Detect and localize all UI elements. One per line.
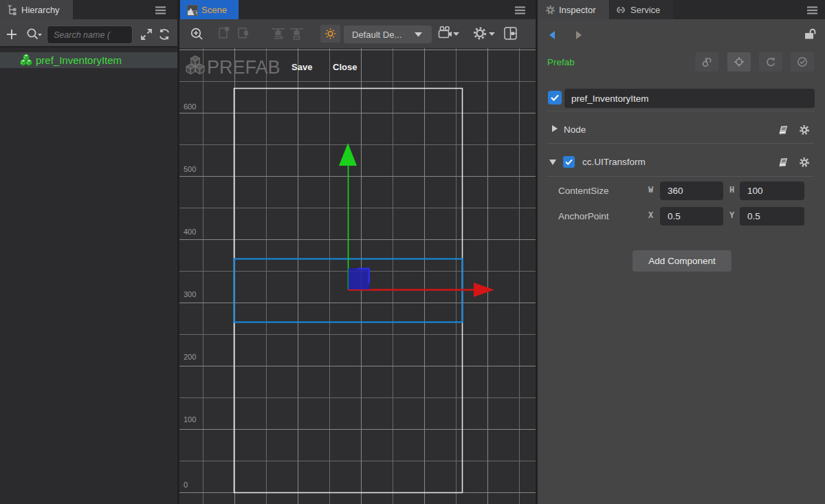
svg-text:0: 0 [184,481,188,489]
svg-text:Save: Save [292,62,312,72]
svg-text:600: 600 [184,102,196,111]
svg-text:300: 300 [184,290,196,298]
svg-text:500: 500 [184,165,196,173]
svg-text:Close: Close [333,62,357,72]
svg-text:200: 200 [184,353,196,361]
svg-text:Default De...: Default De... [352,30,402,40]
svg-text:100: 100 [184,415,196,424]
svg-text:400: 400 [184,228,196,236]
svg-text:PREFAB: PREFAB [207,57,280,78]
